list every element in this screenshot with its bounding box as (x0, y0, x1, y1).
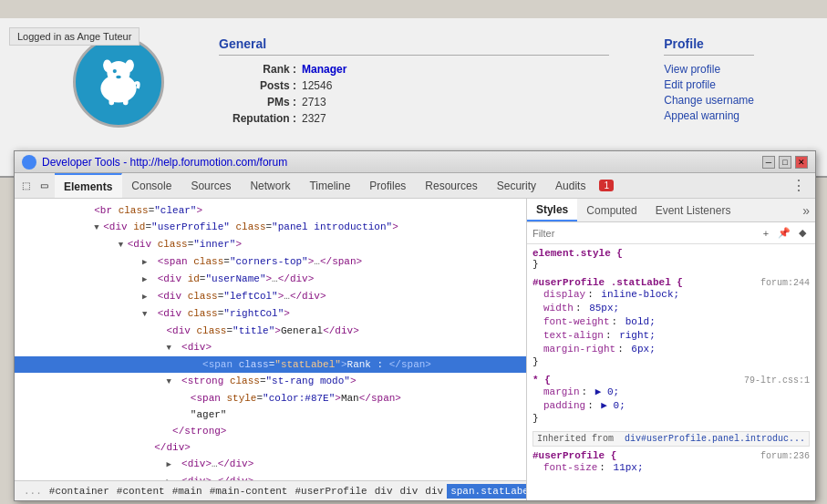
style-rule-header: element.style { (532, 248, 810, 259)
breadcrumb-userprofile[interactable]: #userProfile (291, 484, 370, 499)
general-title: General (219, 36, 609, 56)
avatar-image (87, 50, 150, 114)
dom-line: <div class="rightCol"> (15, 305, 526, 323)
style-rule-userprofile: #userProfile { forum:236 font-size : 11p… (532, 450, 810, 475)
error-badge: 1 (599, 180, 614, 191)
breadcrumb-ellipsis[interactable]: ... (20, 484, 46, 499)
tab-styles[interactable]: Styles (527, 199, 577, 221)
style-rule-statlabel-header: #userProfile .statLabel { forum:244 (532, 277, 810, 288)
breadcrumb-div1[interactable]: div (371, 484, 397, 499)
prop-padding-colon: : (587, 399, 599, 413)
svg-point-5 (116, 76, 121, 79)
minimize-button[interactable]: ─ (762, 156, 775, 169)
tab-elements[interactable]: Elements (55, 173, 122, 198)
star-source[interactable]: 79-ltr.css:1 (744, 375, 810, 386)
color-format-icon[interactable]: ◆ (795, 226, 810, 241)
view-profile-link[interactable]: View profile (664, 63, 754, 76)
edit-profile-link[interactable]: Edit profile (664, 78, 754, 91)
prop-fw-name: font-weight (543, 315, 610, 329)
breadcrumb-content[interactable]: #content (113, 484, 169, 499)
dom-line: <strong class="st-rang modo"> (15, 373, 526, 390)
prop-ta-value: right; (619, 329, 656, 343)
reputation-value: 2327 (302, 112, 326, 125)
prop-margin-colon: : (582, 386, 594, 399)
close-button[interactable]: ✕ (795, 156, 808, 169)
element-style-close: } (532, 259, 810, 270)
prop-margin-value: ▶ 0; (595, 386, 619, 399)
styles-panel: Styles Computed Event Listeners » + 📌 ◆ (527, 199, 815, 500)
tab-audits[interactable]: Audits (546, 173, 595, 198)
prop-width-name: width (543, 302, 574, 315)
prop-margin: margin : ▶ 0; (532, 386, 810, 399)
pin-icon[interactable]: 📌 (777, 226, 791, 241)
style-rule-element: element.style { } (532, 248, 810, 270)
prop-fw-colon: : (612, 315, 624, 329)
svg-rect-6 (109, 96, 115, 105)
prop-width-value: 85px; (589, 302, 619, 315)
tab-timeline[interactable]: Timeline (300, 173, 360, 198)
stat-posts-row: Posts : 12546 (219, 79, 609, 92)
chrome-icon (22, 155, 36, 170)
breadcrumb-span-statlabel[interactable]: span.statLabel (447, 484, 526, 499)
devtools-url: http://help.forumotion.com/forum (130, 156, 288, 169)
change-username-link[interactable]: Change username (664, 94, 754, 107)
tab-resources[interactable]: Resources (416, 173, 487, 198)
breadcrumb-main[interactable]: #main (169, 484, 206, 499)
dom-scroll-container[interactable]: <br class="clear"> <div id="userProfile"… (15, 199, 526, 480)
svg-point-4 (113, 69, 117, 73)
breadcrumb-div2[interactable]: div (397, 484, 422, 499)
dom-panel: <br class="clear"> <div id="userProfile"… (15, 199, 527, 500)
profile-links-title: Profile (664, 36, 754, 56)
tab-event-listeners[interactable]: Event Listeners (646, 199, 740, 221)
avatar-circle (73, 36, 164, 128)
dom-line: <div id="userName">…</div> (15, 271, 526, 288)
tab-sources[interactable]: Sources (181, 173, 241, 198)
profile-links: Profile View profile Edit profile Change… (646, 36, 754, 125)
prop-display-colon: : (587, 288, 599, 302)
prop-fw-value: bold; (625, 315, 656, 329)
tab-profiles[interactable]: Profiles (360, 173, 416, 198)
prop-font-size: font-size : 11px; (532, 461, 810, 475)
dom-line: <br class="clear"> (15, 202, 526, 219)
dom-line: <div class="title">General</div> (15, 323, 526, 339)
element-style-selector: element.style { (532, 248, 623, 259)
statlabel-source[interactable]: forum:244 (760, 278, 810, 288)
breadcrumb-div3[interactable]: div (421, 484, 447, 499)
breadcrumb-container[interactable]: #container (46, 484, 113, 499)
styles-more-button[interactable]: » (797, 203, 815, 218)
new-style-rule-icon[interactable]: + (759, 226, 773, 241)
stat-rank-row: Rank : Manager (219, 63, 609, 76)
dom-line: <span class="corners-top">…</span> (15, 253, 526, 271)
tab-computed[interactable]: Computed (577, 199, 646, 221)
prop-display: display : inline-block; (532, 288, 810, 302)
styles-filter-input[interactable] (532, 228, 759, 239)
prop-width: width : 85px; (532, 302, 810, 315)
devtools-titlebar: Developer Tools - http://help.forumotion… (15, 151, 815, 173)
prop-text-align: text-align : right; (532, 329, 810, 343)
devtools-inspect-icon[interactable]: ⬚ (18, 179, 33, 193)
devtools-device-icon[interactable]: ▭ (36, 179, 51, 193)
devtools-content: <br class="clear"> <div id="userProfile"… (15, 199, 815, 500)
tab-network[interactable]: Network (241, 173, 300, 198)
appeal-warning-link[interactable]: Appeal warning (664, 109, 754, 122)
inherited-from-selector[interactable]: div#userProfile.panel.introduc... (625, 434, 805, 444)
prop-fs-name: font-size (543, 461, 597, 475)
style-rule-star-header: * { 79-ltr.css:1 (532, 375, 810, 386)
up-source[interactable]: forum:236 (760, 451, 810, 461)
tab-security[interactable]: Security (488, 173, 546, 198)
tab-console[interactable]: Console (122, 173, 181, 198)
devtools-more-button[interactable]: ⋮ (786, 177, 811, 194)
styles-content: element.style { } #userProfile .statLabe… (527, 244, 815, 500)
dom-line-highlighted: <span class="statLabel">Rank : </span> (15, 356, 526, 373)
breadcrumb-main-content[interactable]: #main-content (206, 484, 292, 499)
prop-font-weight: font-weight : bold; (532, 315, 810, 329)
styles-icons: + 📌 ◆ (759, 226, 810, 241)
stat-pms-row: PMs : 2713 (219, 96, 609, 108)
style-rule-up-header: #userProfile { forum:236 (532, 450, 810, 461)
up-selector: #userProfile { (532, 450, 616, 461)
dom-line: <span style="color:#87E">Man</span> (15, 390, 526, 406)
prop-ta-colon: : (605, 329, 617, 343)
dom-line: <div class="leftCol">…</div> (15, 288, 526, 305)
style-rule-star: * { 79-ltr.css:1 margin : ▶ 0; padding :… (532, 375, 810, 424)
maximize-button[interactable]: □ (779, 156, 791, 169)
